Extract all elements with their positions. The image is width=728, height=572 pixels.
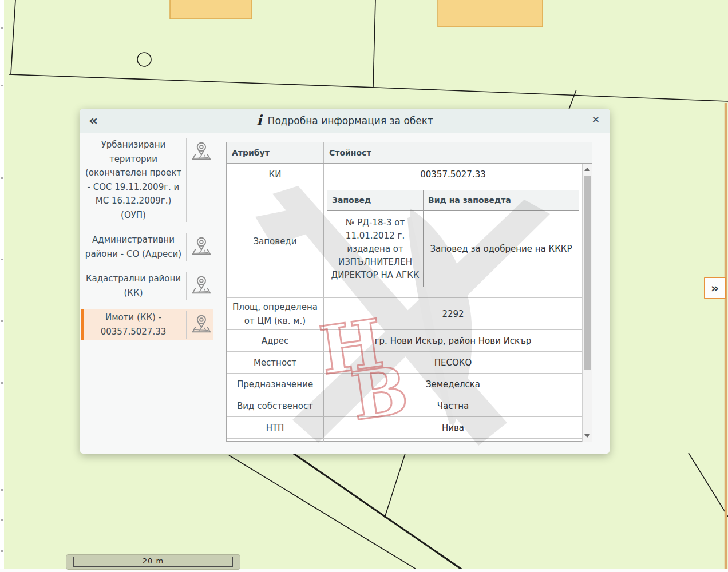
table-row: Площ, определена от ЦМ (кв. м.) 2292: [227, 298, 582, 330]
icon-column: [186, 233, 213, 261]
attr-cell: Местност: [227, 352, 324, 373]
sidebar-item-label: Имоти (КК) - 00357.5027.33: [84, 311, 186, 339]
map-pin-icon: [189, 275, 211, 296]
table-row-partial: [227, 439, 582, 442]
sidebar-item-administrative-regions[interactable]: Административни райони - СО (Адреси): [81, 231, 213, 263]
scroll-down-arrow[interactable]: [583, 431, 592, 440]
header-attribute: Атрибут: [227, 142, 324, 163]
header-value: Стойност: [324, 142, 592, 163]
map-scale-bar: 20 m: [66, 554, 240, 570]
map-edge-left: [0, 0, 4, 572]
value-cell: 00357.5027.33: [324, 164, 582, 185]
order-type-cell: Заповед за одобрение на КККР: [424, 211, 579, 287]
dialog-header: « iПодробна информация за обект ✕: [80, 109, 610, 133]
table-row: Вид собственост Частна: [227, 395, 582, 417]
sidebar-item-cadastral-regions[interactable]: Кадастрални райони (КК): [81, 270, 213, 301]
info-icon: i: [256, 112, 262, 129]
attr-cell: Площ, определена от ЦМ (кв. м.): [227, 298, 324, 329]
orders-header-row: Заповед Вид на заповедта: [327, 190, 579, 211]
map-pin-icon: [189, 141, 211, 162]
layers-sidebar: Урбанизирани територии (окончателен прое…: [81, 133, 213, 454]
sidebar-item-urbanized-territories[interactable]: Урбанизирани територии (окончателен прое…: [81, 136, 213, 224]
attr-cell: Заповеди: [227, 185, 324, 297]
dialog-title-wrap: iПодробна информация за обект: [80, 109, 610, 133]
attr-cell: НТП: [227, 417, 324, 438]
sidebar-item-properties-selected[interactable]: Имоти (КК) - 00357.5027.33: [81, 309, 213, 340]
table-scrollbar[interactable]: [582, 164, 592, 442]
object-info-dialog: « iПодробна информация за обект ✕ Урбани…: [80, 109, 610, 454]
value-cell-orders: Заповед Вид на заповедта № РД-18-3 от 11…: [324, 185, 582, 297]
table-row: КИ 00357.5027.33: [227, 164, 582, 185]
orders-col-order: Заповед: [327, 190, 424, 210]
value-cell: Земеделска: [324, 374, 582, 395]
map-pin-icon: [189, 236, 211, 257]
chevron-double-right-icon: »: [711, 282, 719, 295]
orders-col-type: Вид на заповедта: [424, 190, 579, 210]
table-row: Местност ПЕСОКО: [227, 352, 582, 374]
icon-column: [186, 311, 213, 339]
value-cell: [324, 439, 582, 442]
value-cell: Нива: [324, 417, 582, 438]
value-cell: гр. Нови Искър, район Нови Искър: [324, 330, 582, 351]
value-cell: Частна: [324, 395, 582, 416]
attr-cell: Предназначение: [227, 374, 324, 395]
table-row: Адрес гр. Нови Искър, район Нови Искър: [227, 330, 582, 352]
value-cell: 2292: [324, 298, 582, 329]
order-text-cell: № РД-18-3 от 11.01.2012 г. издадена от И…: [327, 211, 424, 287]
table-row-orders: Заповеди Заповед Вид на заповедта № РД-1…: [227, 185, 582, 298]
expand-panel-button[interactable]: »: [704, 277, 726, 299]
value-cell: ПЕСОКО: [324, 352, 582, 373]
orders-data-row: № РД-18-3 от 11.01.2012 г. издадена от И…: [327, 211, 579, 287]
attr-cell: Адрес: [227, 330, 324, 351]
map-scale-label: 20 m: [73, 557, 233, 567]
attributes-table: Атрибут Стойност КИ 00357.5027.33 Запове…: [226, 142, 592, 442]
sidebar-item-label: Кадастрални райони (КК): [81, 272, 186, 300]
attr-cell: [227, 439, 324, 442]
dialog-title: Подробна информация за обект: [268, 115, 433, 126]
scroll-up-arrow[interactable]: [583, 165, 592, 174]
close-dialog-button[interactable]: ✕: [592, 114, 600, 125]
table-viewport: КИ 00357.5027.33 Заповеди Заповед Вид на…: [227, 164, 592, 442]
attr-cell: КИ: [227, 164, 324, 185]
table-rows: КИ 00357.5027.33 Заповеди Заповед Вид на…: [227, 164, 582, 442]
table-header-row: Атрибут Стойност: [227, 142, 592, 164]
sidebar-item-label: Урбанизирани територии (окончателен прое…: [81, 138, 186, 222]
table-row: Предназначение Земеделска: [227, 374, 582, 395]
icon-column: [186, 138, 213, 222]
map-pin-icon: [189, 313, 211, 335]
table-row: НТП Нива: [227, 417, 582, 439]
orders-nested-table: Заповед Вид на заповедта № РД-18-3 от 11…: [327, 190, 579, 287]
sidebar-item-label: Административни райони - СО (Адреси): [81, 233, 186, 261]
attr-cell: Вид собственост: [227, 395, 324, 416]
screen: { "dialog": { "collapse_label": "«", "in…: [0, 0, 728, 572]
icon-column: [186, 272, 213, 300]
scrollbar-thumb[interactable]: [584, 176, 591, 370]
